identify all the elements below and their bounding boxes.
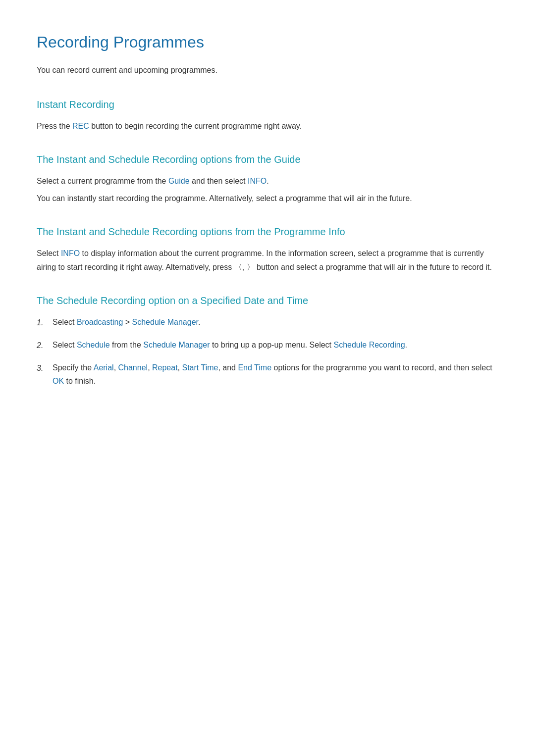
highlight-term: Channel: [118, 363, 148, 372]
highlight-term: End Time: [238, 363, 271, 372]
highlight-term: REC: [72, 122, 89, 130]
list-number: 2.: [37, 338, 53, 352]
text-part: 〈, 〉: [234, 263, 255, 271]
page-title: Recording Programmes: [37, 30, 498, 55]
text-part: from the: [110, 341, 144, 349]
list-number: 3.: [37, 361, 53, 375]
text-part: ,: [148, 363, 152, 372]
text-part: Press the: [37, 122, 72, 130]
paragraph: Press the REC button to begin recording …: [37, 119, 498, 133]
text-part: options for the programme you want to re…: [271, 363, 492, 372]
highlight-term: Broadcasting: [77, 318, 123, 326]
text-part: >: [123, 318, 132, 326]
highlight-term: Repeat: [152, 363, 178, 372]
section-instant-schedule-programme-info: The Instant and Schedule Recording optio…: [37, 224, 498, 273]
text-part: , and: [218, 363, 238, 372]
list-item: 2.Select Schedule from the Schedule Mana…: [37, 338, 498, 352]
sections-container: Instant RecordingPress the REC button to…: [37, 97, 498, 388]
paragraph: Select INFO to display information about…: [37, 247, 498, 273]
list-content: Specify the Aerial, Channel, Repeat, Sta…: [53, 361, 498, 388]
text-part: Select a current programme from the: [37, 177, 168, 185]
list-content: Select Schedule from the Schedule Manage…: [53, 338, 498, 352]
highlight-term: INFO: [61, 249, 80, 257]
section-instant-recording: Instant RecordingPress the REC button to…: [37, 97, 498, 133]
text-part: .: [267, 177, 268, 185]
text-part: Select: [53, 318, 77, 326]
text-part: Specify the: [53, 363, 94, 372]
section-schedule-recording-date-time: The Schedule Recording option on a Speci…: [37, 293, 498, 388]
highlight-term: Schedule Manager: [132, 318, 198, 326]
highlight-term: Schedule Recording: [333, 341, 405, 349]
list-item: 3.Specify the Aerial, Channel, Repeat, S…: [37, 361, 498, 388]
highlight-term: Start Time: [182, 363, 218, 372]
text-part: You can instantly start recording the pr…: [37, 194, 412, 202]
text-part: to finish.: [64, 377, 96, 385]
section-body: 1.Select Broadcasting > Schedule Manager…: [37, 315, 498, 388]
section-title: The Instant and Schedule Recording optio…: [37, 224, 498, 240]
text-part: button and select a programme that will …: [255, 263, 492, 271]
highlight-term: Aerial: [94, 363, 114, 372]
highlight-term: OK: [53, 377, 64, 385]
highlight-term: Schedule Manager: [143, 341, 210, 349]
section-instant-schedule-guide: The Instant and Schedule Recording optio…: [37, 151, 498, 205]
highlight-term: Guide: [168, 177, 190, 185]
text-part: button to begin recording the current pr…: [89, 122, 302, 130]
section-title: The Schedule Recording option on a Speci…: [37, 293, 498, 308]
ordered-list: 1.Select Broadcasting > Schedule Manager…: [37, 315, 498, 388]
text-part: to bring up a pop-up menu. Select: [210, 341, 334, 349]
section-body: Press the REC button to begin recording …: [37, 119, 498, 133]
section-title: Instant Recording: [37, 97, 498, 112]
highlight-term: INFO: [248, 177, 267, 185]
paragraph: You can instantly start recording the pr…: [37, 192, 498, 205]
section-title: The Instant and Schedule Recording optio…: [37, 151, 498, 167]
text-part: ,: [178, 363, 182, 372]
list-item: 1.Select Broadcasting > Schedule Manager…: [37, 315, 498, 329]
section-body: Select a current programme from the Guid…: [37, 174, 498, 205]
text-part: and then select: [190, 177, 248, 185]
intro-text: You can record current and upcoming prog…: [37, 64, 498, 77]
highlight-term: Schedule: [77, 341, 110, 349]
text-part: Select: [53, 341, 77, 349]
list-content: Select Broadcasting > Schedule Manager.: [53, 315, 498, 329]
text-part: .: [405, 341, 407, 349]
text-part: .: [198, 318, 200, 326]
list-number: 1.: [37, 315, 53, 329]
text-part: Select: [37, 249, 61, 257]
text-part: ,: [114, 363, 118, 372]
section-body: Select INFO to display information about…: [37, 247, 498, 273]
paragraph: Select a current programme from the Guid…: [37, 174, 498, 188]
